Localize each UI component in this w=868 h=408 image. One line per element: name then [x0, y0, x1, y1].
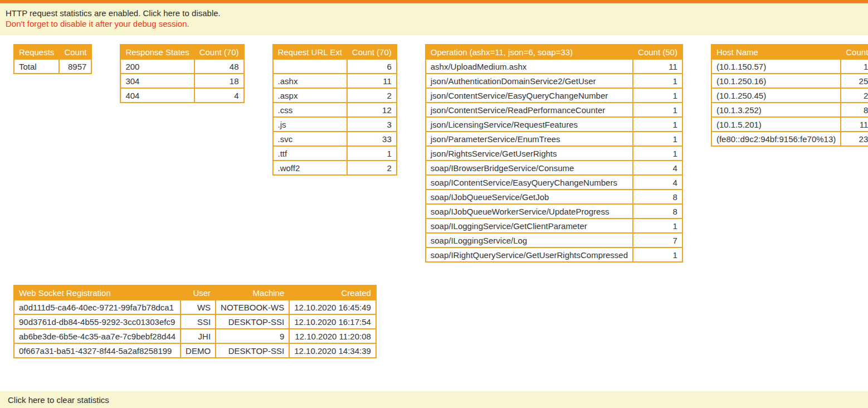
column-header: Count (70) [347, 45, 397, 59]
table-cell: WS [181, 300, 216, 314]
table-cell: 8957 [59, 59, 91, 74]
header-row: RequestsCount [14, 45, 91, 59]
table-cell: json/LicensingService/RequestFeatures [426, 117, 633, 132]
table-row: (10.1.250.45)212.10.2020 17:02:14 [711, 88, 868, 103]
table-cell: .aspx [273, 88, 347, 103]
table-row: ab6be3de-6b5e-4c35-aa7e-7c9bebf28d44JHI9… [14, 329, 376, 343]
table-cell: DEMO [181, 343, 216, 358]
table-cell: 1 [633, 74, 682, 88]
request-url-ext-table: Request URL ExtCount (70)6.ashx11.aspx2.… [272, 44, 397, 176]
table-row: json/ParameterService/EnumTrees1 [426, 132, 682, 146]
column-header: Created [289, 285, 376, 300]
host-name-table: Host NameCountLast Access(10.1.150.57)11… [711, 44, 868, 147]
table-cell: ashx/UploadMedium.ashx [426, 59, 633, 74]
table-cell: .ttf [273, 146, 347, 161]
table-row: a0d111d5-ca46-40ec-9721-99fa7b78dca1WSNO… [14, 300, 376, 314]
table-cell: .woff2 [273, 161, 347, 175]
table-cell: (10.1.250.16) [711, 74, 841, 88]
table-cell: 200 [120, 59, 194, 74]
table-cell: 1 [633, 132, 682, 146]
clear-statistics-bar[interactable]: Click here to clear statistics [0, 391, 868, 408]
table-cell: soap/IBrowserBridgeService/Consume [426, 161, 633, 175]
table-row: json/RightsService/GetUserRights1 [426, 146, 682, 161]
table-cell: 25 [841, 74, 868, 88]
table-cell: 4 [633, 175, 682, 190]
table-row: .ashx11 [273, 74, 397, 88]
table-cell: 11 [633, 59, 682, 74]
table-cell [273, 59, 347, 74]
table-cell: 9 [216, 329, 289, 343]
table-row: 90d3761d-db84-4b55-9292-3cc01303efc9SSID… [14, 314, 376, 329]
table-row: .css12 [273, 103, 397, 117]
table-cell: 8 [633, 190, 682, 204]
table-cell: 23 [841, 132, 868, 146]
column-header: Machine [216, 285, 289, 300]
table-cell: 2 [347, 161, 397, 175]
table-cell: json/ParameterService/EnumTrees [426, 132, 633, 146]
column-header: Host Name [711, 45, 841, 59]
statistics-enabled-banner[interactable]: HTTP request statistics are enabled. Cli… [0, 0, 868, 35]
table-row: soap/IContentService/EasyQueryChangeNumb… [426, 175, 682, 190]
header-row: Operation (ashx=11, json=6, soap=33)Coun… [426, 45, 682, 59]
table-cell: 7 [633, 233, 682, 247]
table-cell: a0d111d5-ca46-40ec-9721-99fa7b78dca1 [14, 300, 181, 314]
table-row: 6 [273, 59, 397, 74]
table-cell: 1 [633, 88, 682, 103]
header-row: Request URL ExtCount (70) [273, 45, 397, 59]
table-row: .svc33 [273, 132, 397, 146]
clear-statistics-label[interactable]: Click here to clear statistics [8, 395, 109, 405]
table-row: (10.1.3.252)812.10.2020 17:02:14 [711, 103, 868, 117]
table-row: 30418 [120, 74, 243, 88]
table-row: .ttf1 [273, 146, 397, 161]
table-cell: json/ContentService/EasyQueryChangeNumbe… [426, 88, 633, 103]
table-cell: 33 [347, 132, 397, 146]
table-cell: 1 [633, 103, 682, 117]
table-cell: DESKTOP-SSI [216, 314, 289, 329]
table-cell: 304 [120, 74, 194, 88]
table-row: .js3 [273, 117, 397, 132]
table-cell: (10.1.150.57) [711, 59, 841, 74]
table-cell: 1 [633, 218, 682, 233]
table-cell: 11 [347, 74, 397, 88]
table-cell: .js [273, 117, 347, 132]
requests-table: RequestsCountTotal8957 [13, 44, 92, 74]
table-row: json/LicensingService/RequestFeatures1 [426, 117, 682, 132]
column-header: Web Socket Registration [14, 285, 181, 300]
response-states-table: Response StatesCount (70)20048304184044 [120, 44, 244, 103]
table-cell: 4 [633, 161, 682, 175]
table-cell: 48 [194, 59, 244, 74]
table-cell: (10.1.250.45) [711, 88, 841, 103]
table-cell: 90d3761d-db84-4b55-9292-3cc01303efc9 [14, 314, 181, 329]
table-row: (10.1.5.201)1112.10.2020 17:02:14 [711, 117, 868, 132]
table-row: soap/ILoggingService/GetClientParameter1 [426, 218, 682, 233]
table-cell: 8 [841, 103, 868, 117]
table-cell: 1 [633, 146, 682, 161]
table-row: 20048 [120, 59, 243, 74]
table-cell: ab6be3de-6b5e-4c35-aa7e-7c9bebf28d44 [14, 329, 181, 343]
banner-enabled-text[interactable]: HTTP request statistics are enabled. Cli… [6, 8, 862, 18]
operation-table: Operation (ashx=11, json=6, soap=33)Coun… [425, 44, 683, 263]
table-cell: 12.10.2020 16:45:49 [289, 300, 376, 314]
table-cell: 18 [194, 74, 244, 88]
table-row: soap/ILoggingService/Log7 [426, 233, 682, 247]
header-row: Host NameCountLast Access [711, 45, 868, 59]
column-header: Count [841, 45, 868, 59]
column-header: Count [59, 45, 91, 59]
table-cell: (10.1.3.252) [711, 103, 841, 117]
table-cell: (fe80::d9c2:94bf:9156:fe70%13) [711, 132, 841, 146]
table-cell: .css [273, 103, 347, 117]
table-cell: JHI [181, 329, 216, 343]
table-cell: soap/IJobQueueService/GetJob [426, 190, 633, 204]
table-cell: 3 [347, 117, 397, 132]
table-row: .woff22 [273, 161, 397, 175]
table-cell: .ashx [273, 74, 347, 88]
web-socket-registration-table: Web Socket RegistrationUserMachineCreate… [13, 285, 377, 358]
table-cell: Total [14, 59, 59, 74]
table-row: json/ContentService/EasyQueryChangeNumbe… [426, 88, 682, 103]
table-cell: 1 [347, 146, 397, 161]
table-row: .aspx2 [273, 88, 397, 103]
column-header: Count (50) [633, 45, 682, 59]
table-row: soap/IJobQueueService/GetJob8 [426, 190, 682, 204]
table-cell: json/RightsService/GetUserRights [426, 146, 633, 161]
table-row: json/ContentService/ReadPerformanceCount… [426, 103, 682, 117]
